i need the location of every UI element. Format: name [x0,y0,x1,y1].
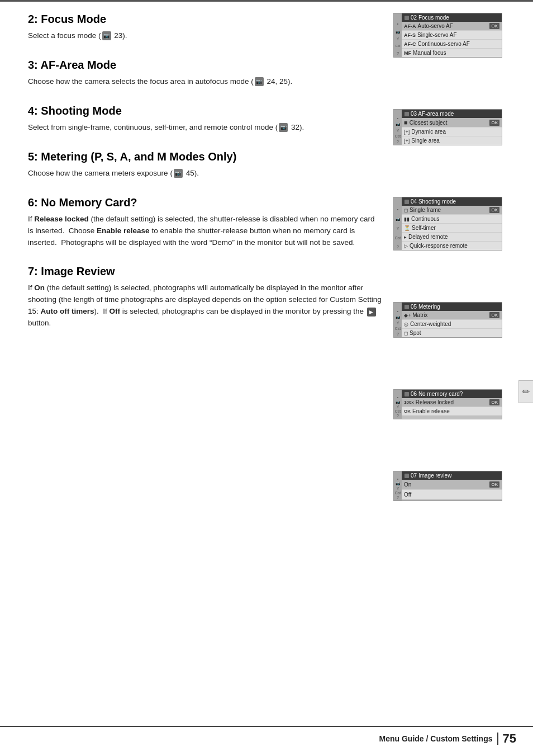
ok-badge: OK [489,481,499,488]
row-icon: AF-S [404,32,416,38]
row-icon: ■ [404,119,408,126]
bar-item: 📷 [396,217,401,221]
section-7-title: 7: Image Review [28,265,382,278]
bar-item [397,472,398,476]
menu-row-1-0: AF-A Auto-servo AF OK [402,22,502,31]
bar-item: Cst [395,134,401,138]
menu-content-1: 02 Focus mode AF-A Auto-servo AF OK AF-S… [402,13,502,57]
bar-item [397,304,398,308]
left-column: 2: Focus Mode Select a focus mode (📷 23)… [28,13,393,501]
section-5-body: Choose how the camera meters exposure (📷… [28,168,382,179]
menu-content-3: 04 Shooting mode ◻ Single frame OK ▮▮ Co… [402,197,502,250]
menu-left-bar-5: • 📷 Y Cst ? [394,390,402,419]
play-button-icon: ▶ [367,308,376,316]
bar-item: • [397,395,398,399]
footer: Menu Guide / Custom Settings 75 [0,726,533,746]
menu-row-5-1: OK Enable release [402,407,502,415]
screen-shooting-mode: • 📷 Y Cst ? 04 Shooting mode ◻ [393,197,516,251]
book-icon-5: 📷 [174,169,183,178]
ok-badge: OK [489,120,499,126]
menu-row-2-1: [+] Dynamic area [402,127,502,136]
section-6-body: If Release locked (the default setting) … [28,214,382,249]
menu-content-4: 05 Metering ◆+ Matrix OK ◎ Center-weight… [402,303,502,337]
row-icon: ▮▮ [404,216,410,222]
bar-item: ? [397,332,399,336]
section-4-title: 4: Shooting Mode [28,105,382,117]
row-icon: 100x [404,400,414,405]
bar-item: 📷 [396,481,401,486]
section-2-title: 2: Focus Mode [28,13,382,26]
row-icon: ◻ [404,330,408,336]
menu-header-3: 04 Shooting mode [402,197,502,206]
menu-header-5: 06 No memory card? [402,390,502,398]
row-text: Auto-servo AF [418,23,490,29]
menu-content-2: 03 AF-area mode ■ Closest subject OK [+]… [402,110,502,145]
row-icon: ⏳ [404,225,410,231]
menu-header-icon-4 [404,305,409,309]
menu-row-3-1: ▮▮ Continuous [402,215,502,224]
bar-item: ? [397,245,399,249]
row-text: Closest subject [410,120,490,126]
page: 2: Focus Mode Select a focus mode (📷 23)… [0,0,533,756]
row-text: Quick-response remote [410,243,499,249]
bar-item: Y [397,321,399,325]
screen-no-memory: • 📷 Y Cst ? 06 No memory card? [393,389,516,419]
menu-content-5: 06 No memory card? 100x Release locked O… [402,390,502,419]
footer-divider [497,733,498,745]
bar-item: Y [397,37,399,41]
bar-item [397,199,398,202]
menu-header-1: 02 Focus mode [402,13,502,22]
menu-rows-4: ◆+ Matrix OK ◎ Center-weighted ◻ Spot [402,311,502,337]
menu-content-6: 07 Image review On OK Off [402,471,502,500]
row-text: Self-timer [412,225,499,231]
row-text: Delayed remote [408,234,499,240]
right-page-tab: ✏ [518,380,533,403]
menu-header-label-2: 03 AF-area mode [411,111,454,117]
menu-row-6-1: Off [402,490,502,499]
menu-header-label-3: 04 Shooting mode [411,199,456,205]
row-text: Single-servo AF [417,32,499,38]
menu-row-6-0: On OK [402,480,502,490]
ok-badge: OK [489,207,499,213]
menu-row-4-0: ◆+ Matrix OK [402,311,502,320]
section-4-body: Select from single-frame, continuous, se… [28,122,382,134]
bar-item: Cst [395,491,401,495]
row-text: Manual focus [413,50,499,56]
book-icon-4: 📷 [279,123,288,132]
ok-badge: OK [489,23,499,29]
bar-item: Y [397,129,399,133]
row-text: Matrix [412,312,489,318]
menu-row-2-2: [+] Single area [402,136,502,145]
bar-item [397,111,398,115]
menu-rows-2: ■ Closest subject OK [+] Dynamic area [+… [402,118,502,145]
row-text: On [404,481,489,488]
row-icon: AF-A [404,23,416,29]
menu-row-2-0: ■ Closest subject OK [402,118,502,127]
ok-badge: OK [489,312,499,318]
menu-header-label-6: 07 Image review [411,472,451,479]
bar-item: Y [397,226,399,230]
menu-header-icon-2 [404,112,409,116]
row-icon: ▷ [404,243,408,249]
menu-header-6: 07 Image review [402,471,502,480]
row-text: Single frame [410,207,489,213]
row-icon: ◎ [404,322,408,327]
bar-item: Y [397,486,399,490]
row-text: Off [404,492,499,498]
menu-header-icon-5 [404,392,409,396]
menu-left-bar-3: • 📷 Y Cst ? [394,197,402,250]
bar-item: 📷 [396,30,401,34]
menu-row-3-2: ⏳ Self-timer [402,224,502,233]
bar-item: • [397,309,398,313]
menu-rows-6: On OK Off [402,480,502,499]
menu-header-icon-3 [404,200,409,204]
right-column: • 📷 Y Cst ? 02 Focus mode [393,13,516,501]
row-text: Continuous [411,216,499,222]
menu-header-label-5: 06 No memory card? [411,391,463,397]
row-text: Center-weighted [410,321,499,327]
section-no-memory-card: 6: No Memory Card? If Release locked (th… [28,196,382,249]
menu-header-4: 05 Metering [402,303,502,311]
row-icon: [+] [404,129,410,135]
section-3-title: 3: AF-Area Mode [28,59,382,72]
bar-item [397,15,398,18]
